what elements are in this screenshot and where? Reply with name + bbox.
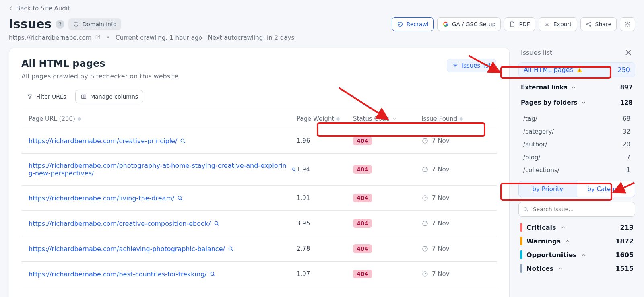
section-subtitle: All pages crawled by Sitechecker on this… xyxy=(21,72,497,80)
help-icon[interactable]: ? xyxy=(56,20,64,29)
domain-link[interactable]: https://richardbernabe.com xyxy=(9,34,101,41)
next-autocrawl: Next autocrawling: in 2 days xyxy=(208,34,295,41)
sidebar-item-pages-by-folders[interactable]: Pages by folders 128 xyxy=(518,97,635,108)
page-url-link[interactable]: https://richardbernabe.com/living-the-dr… xyxy=(29,194,183,202)
severity-item[interactable]: Criticals 213 xyxy=(520,223,634,232)
severity-item[interactable]: Opportunities 1605 xyxy=(520,250,634,259)
filter-urls-button[interactable]: Filter URLs xyxy=(21,90,71,103)
chevron-up-icon xyxy=(581,252,586,258)
svg-point-6 xyxy=(627,23,628,25)
svg-point-3 xyxy=(586,23,588,25)
magnify-icon[interactable] xyxy=(180,138,186,144)
recrawl-button[interactable]: Recrawl xyxy=(392,17,434,31)
settings-button[interactable] xyxy=(620,17,635,31)
sidebar-item-all-html[interactable]: All HTML pages 250 xyxy=(518,62,635,77)
issues-side-panel: Issues list All HTML pages 250 External … xyxy=(518,48,635,297)
svg-point-4 xyxy=(589,22,590,23)
magnify-icon[interactable] xyxy=(227,245,234,252)
issues-list-button[interactable]: Issues list xyxy=(447,59,496,72)
svg-rect-9 xyxy=(85,95,86,98)
page-url-link[interactable]: https://richardbernabe.com/creative-comp… xyxy=(29,220,220,227)
gauge-icon xyxy=(421,245,429,252)
ga-gsc-button[interactable]: GA / GSC Setup xyxy=(437,17,501,31)
severity-item[interactable]: Warnings 1872 xyxy=(520,237,634,245)
status-badge: 404 xyxy=(353,219,372,228)
sidebar-item-external-links[interactable]: External links 897 xyxy=(518,82,635,93)
svg-point-1 xyxy=(76,23,77,23)
google-g-icon xyxy=(442,21,449,27)
page-weight: 1.97 xyxy=(297,270,353,278)
gear-icon xyxy=(624,21,631,27)
domain-info-chip[interactable]: Domain info xyxy=(68,18,121,30)
magnify-icon[interactable] xyxy=(177,195,183,201)
issue-found: 7 Nov xyxy=(421,245,490,252)
svg-rect-2 xyxy=(76,24,76,25)
folder-item[interactable]: /author/20 xyxy=(521,139,633,150)
pdf-button[interactable]: PDF xyxy=(504,17,535,31)
severity-item[interactable]: Notices 1515 xyxy=(520,264,634,273)
gauge-icon xyxy=(421,270,429,278)
gauge-icon xyxy=(421,137,429,144)
svg-rect-7 xyxy=(82,95,83,98)
svg-point-14 xyxy=(178,196,182,199)
chevron-up-icon xyxy=(571,85,576,90)
th-page-weight[interactable]: Page Weight xyxy=(297,115,353,122)
page-url-link[interactable]: https://richardbernabe.com/achieving-pho… xyxy=(29,245,234,253)
crawl-status: Current crawling: 1 hour ago xyxy=(116,34,202,41)
magnify-icon[interactable] xyxy=(213,220,220,227)
priority-category-segmented: by Priority by Category xyxy=(518,181,635,197)
section-title: All HTML pages xyxy=(21,58,497,69)
pdf-icon xyxy=(509,21,516,27)
folder-item[interactable]: /tag/68 xyxy=(521,113,633,124)
chevron-down-icon xyxy=(581,100,586,105)
sort-icon xyxy=(78,117,81,121)
share-button[interactable]: Share xyxy=(580,17,617,31)
th-url[interactable]: Page URL (250) xyxy=(29,115,297,122)
gauge-icon xyxy=(421,220,429,227)
page-weight: 1.96 xyxy=(297,137,353,144)
page-url-link[interactable]: https://richardbernabe.com/creative-prin… xyxy=(29,137,186,145)
manage-columns-button[interactable]: Manage columns xyxy=(75,90,143,103)
search-issue-input[interactable] xyxy=(532,206,631,213)
back-to-site-audit[interactable]: Back to Site Audit xyxy=(9,2,635,14)
chevron-left-icon xyxy=(9,6,13,10)
status-badge: 404 xyxy=(353,244,372,253)
svg-point-16 xyxy=(215,221,218,225)
status-badge: 404 xyxy=(353,136,372,145)
table-row: https://richardbernabe.com/living-the-dr… xyxy=(21,186,497,211)
magnify-icon[interactable] xyxy=(291,166,297,173)
folder-item[interactable]: /category/32 xyxy=(521,126,633,137)
columns-icon xyxy=(80,93,87,100)
svg-point-18 xyxy=(229,247,232,250)
export-button[interactable]: Export xyxy=(539,17,577,31)
svg-point-12 xyxy=(293,168,295,170)
table-row: https://richardbernabe.com/creative-prin… xyxy=(21,128,497,154)
th-issue-found[interactable]: Issue Found xyxy=(421,115,490,122)
gauge-icon xyxy=(421,166,429,173)
external-link-icon xyxy=(95,34,101,40)
svg-rect-8 xyxy=(83,95,85,98)
table-header: Page URL (250) Page Weight Status Code xyxy=(21,109,497,128)
page-url-link[interactable]: https://richardbernabe.com/best-countrie… xyxy=(29,270,216,278)
funnel-icon xyxy=(27,93,33,100)
page-url-link[interactable]: https://richardbernabe.com/photography-a… xyxy=(29,162,297,177)
table-row: https://richardbernabe.com/achieving-pho… xyxy=(21,236,497,262)
svg-point-10 xyxy=(181,139,184,142)
filter-lines-icon xyxy=(452,62,458,69)
close-icon[interactable] xyxy=(624,48,633,57)
top-toolbar: Recrawl GA / GSC Setup PDF Export Share xyxy=(392,17,635,31)
folder-item[interactable]: /blog/7 xyxy=(521,152,633,163)
page-weight: 1.94 xyxy=(297,166,353,173)
tab-by-priority[interactable]: by Priority xyxy=(519,182,577,197)
search-issue[interactable] xyxy=(518,202,635,217)
magnify-icon[interactable] xyxy=(209,271,216,277)
sort-icon xyxy=(460,117,463,121)
folder-item[interactable]: /collections/1 xyxy=(521,165,633,175)
share-icon xyxy=(586,21,592,27)
table-row: https://richardbernabe.com/creative-comp… xyxy=(21,211,497,236)
status-badge: 404 xyxy=(353,165,372,174)
th-status-code[interactable]: Status Code xyxy=(353,115,421,122)
tab-by-category[interactable]: by Category xyxy=(577,182,635,197)
table-row: https://richardbernabe.com/photography-a… xyxy=(21,154,497,186)
back-label: Back to Site Audit xyxy=(16,5,70,12)
